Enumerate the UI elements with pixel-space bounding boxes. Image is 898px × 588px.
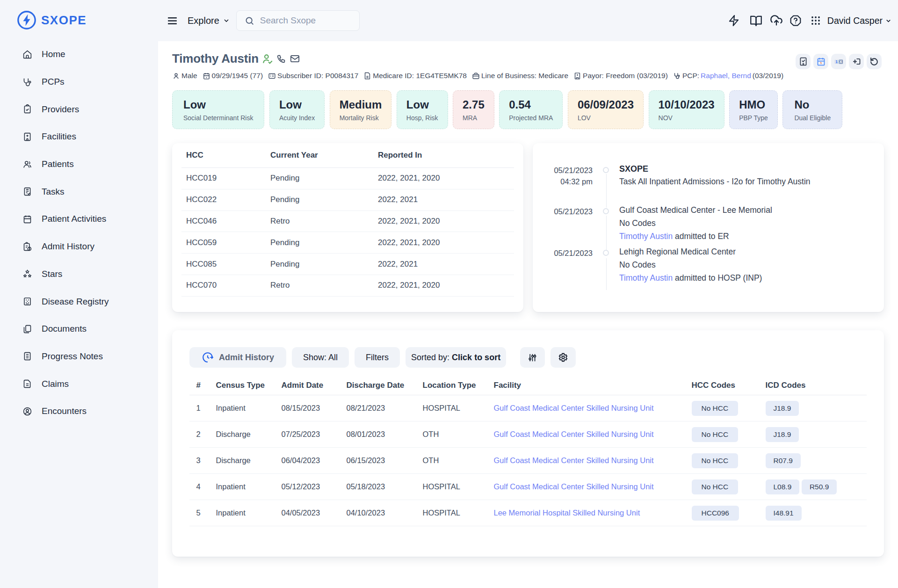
svg-text:1: 1 <box>835 59 838 64</box>
svg-text:X: X <box>840 59 842 64</box>
